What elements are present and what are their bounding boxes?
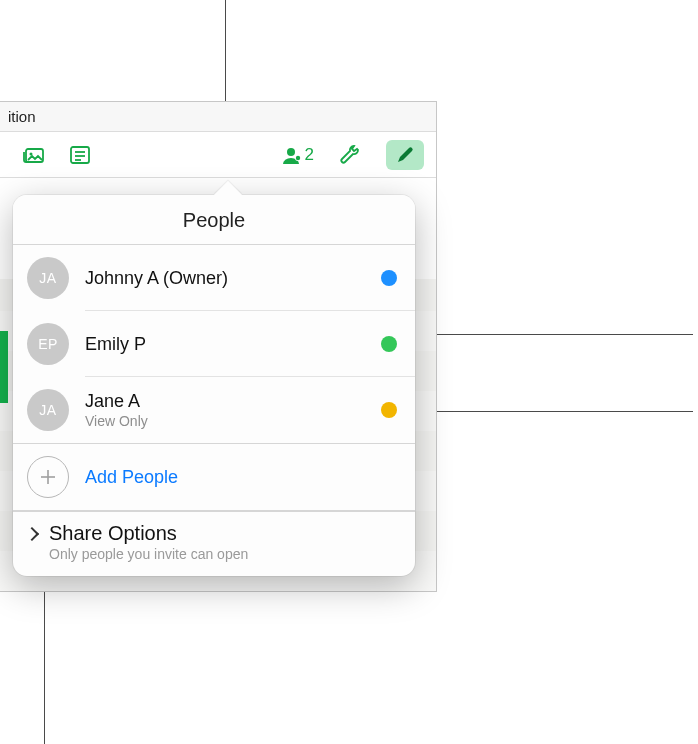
person-row[interactable]: JA Johnny A (Owner) [13,245,415,311]
person-row[interactable]: JA Jane A View Only [13,377,415,443]
avatar: EP [27,323,69,365]
svg-point-8 [295,155,299,159]
avatar: JA [27,389,69,431]
share-options-title: Share Options [49,522,177,545]
collaborate-button[interactable]: 2 [280,144,314,166]
tools-icon[interactable] [336,141,364,169]
document-title-fragment: ition [8,108,36,125]
share-options-row[interactable]: Share Options Only people you invite can… [13,511,415,576]
person-row[interactable]: EP Emily P [13,311,415,377]
collaborate-count: 2 [305,145,314,165]
presence-dot [381,402,397,418]
window-titlebar: ition [0,102,436,132]
comments-icon[interactable] [66,141,94,169]
person-name: Johnny A (Owner) [85,268,381,289]
person-permission: View Only [85,413,381,429]
person-name: Jane A [85,391,381,412]
presence-dot [381,270,397,286]
presence-dot [381,336,397,352]
add-people-label: Add People [85,467,178,488]
plus-icon [27,456,69,498]
person-name: Emily P [85,334,381,355]
format-brush-button[interactable] [386,140,424,170]
svg-point-6 [287,148,295,156]
media-icon[interactable] [20,141,48,169]
share-options-subtitle: Only people you invite can open [49,546,397,562]
people-popover: People JA Johnny A (Owner) EP Emily P JA… [13,195,415,576]
slide-thumbnail-edge [0,331,8,403]
avatar: JA [27,257,69,299]
popover-title: People [13,195,415,245]
callout-line-presence [393,334,693,335]
chevron-right-icon [25,526,39,540]
toolbar: 2 [0,132,436,178]
add-people-row[interactable]: Add People [13,443,415,511]
callout-line-shareoptions [44,575,45,744]
people-list: JA Johnny A (Owner) EP Emily P JA Jane A… [13,245,415,443]
